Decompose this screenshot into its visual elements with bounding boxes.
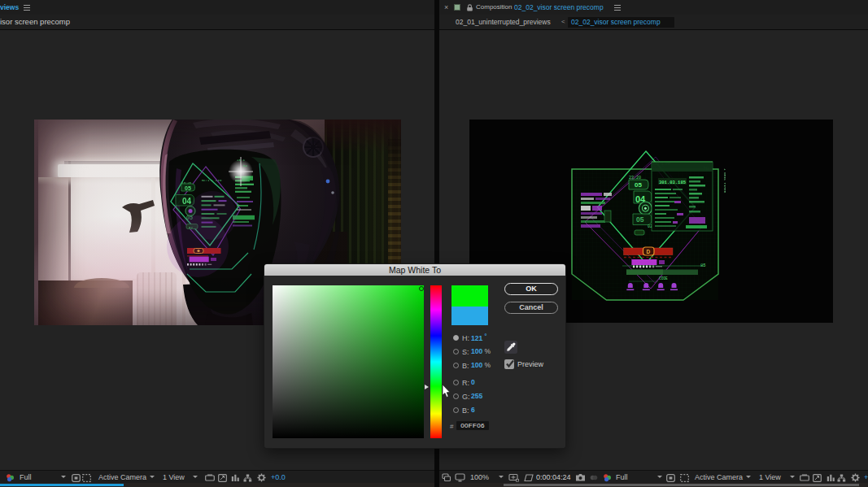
svg-text:CODE: CODE [659, 276, 668, 280]
svg-text:D: D [647, 249, 651, 254]
svg-text:05: 05 [636, 215, 644, 224]
svg-text:301.03.185: 301.03.185 [659, 180, 687, 185]
svg-text:85: 85 [700, 263, 706, 268]
svg-text:+ OBIK TIMER: + OBIK TIMER [723, 168, 726, 193]
svg-text:05: 05 [635, 181, 642, 189]
